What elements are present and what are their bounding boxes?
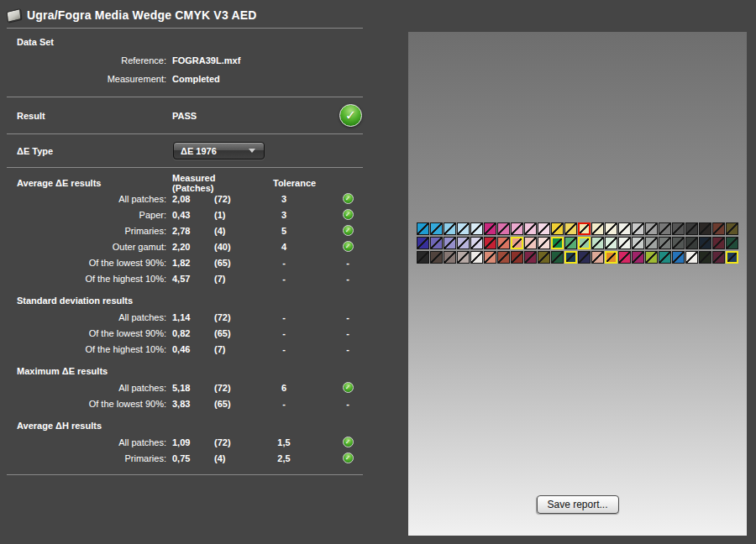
color-patch[interactable] xyxy=(511,237,523,249)
separator xyxy=(7,167,363,168)
color-patch[interactable] xyxy=(591,222,604,235)
color-patch[interactable] xyxy=(551,251,564,264)
color-patch[interactable] xyxy=(685,237,698,249)
measurement-value: Completed xyxy=(166,74,388,84)
color-patch[interactable] xyxy=(645,222,658,235)
color-patch[interactable] xyxy=(497,222,510,235)
reference-label: Reference: xyxy=(0,55,166,65)
color-patch[interactable] xyxy=(632,222,644,235)
color-patch[interactable] xyxy=(726,237,738,249)
color-patch[interactable] xyxy=(511,222,523,235)
color-patch[interactable] xyxy=(685,251,698,264)
color-patch[interactable] xyxy=(645,237,658,249)
color-patch[interactable] xyxy=(726,222,738,235)
color-patch[interactable] xyxy=(497,251,510,264)
color-patch[interactable] xyxy=(470,222,483,235)
patch-count: (1) xyxy=(208,210,257,220)
color-patch[interactable] xyxy=(685,222,698,235)
color-patch[interactable] xyxy=(484,222,496,235)
reference-row: Reference: FOGRA39L.mxf xyxy=(0,55,388,65)
color-patch[interactable] xyxy=(564,251,577,264)
measured-value: 5,18 xyxy=(166,383,208,393)
color-patch[interactable] xyxy=(659,237,671,249)
status-cell: ✓ xyxy=(311,437,361,447)
color-patch[interactable] xyxy=(430,251,443,264)
color-patch[interactable] xyxy=(659,222,671,235)
color-patch[interactable] xyxy=(470,237,483,249)
color-patch[interactable] xyxy=(524,251,537,264)
color-patch[interactable] xyxy=(618,251,631,264)
color-patch[interactable] xyxy=(699,222,711,235)
wedge-row xyxy=(417,222,738,235)
color-patch[interactable] xyxy=(444,222,456,235)
color-patch[interactable] xyxy=(430,237,443,249)
pass-check-icon: ✓ xyxy=(343,241,354,252)
color-patch[interactable] xyxy=(484,251,496,264)
color-patch[interactable] xyxy=(578,237,591,249)
color-patch[interactable] xyxy=(591,251,604,264)
save-report-button[interactable]: Save report... xyxy=(536,495,618,514)
section-heading: Average ΔE results xyxy=(17,178,101,188)
color-patch[interactable] xyxy=(457,251,470,264)
color-patch[interactable] xyxy=(578,222,591,235)
color-patch[interactable] xyxy=(524,237,537,249)
color-patch[interactable] xyxy=(484,237,496,249)
color-patch[interactable] xyxy=(632,251,644,264)
tolerance-value: 3 xyxy=(257,194,311,204)
color-patch[interactable] xyxy=(712,251,725,264)
row-label: Of the highest 10%: xyxy=(0,344,166,354)
color-patch[interactable] xyxy=(672,251,685,264)
color-patch[interactable] xyxy=(538,251,550,264)
color-patch[interactable] xyxy=(605,251,617,264)
color-patch[interactable] xyxy=(564,237,577,249)
color-patch[interactable] xyxy=(524,222,537,235)
color-patch[interactable] xyxy=(444,251,456,264)
tolerance-value: 4 xyxy=(257,242,311,252)
color-patch[interactable] xyxy=(605,237,617,249)
measured-value: 0,43 xyxy=(166,210,208,220)
result-row: Primaries:2,78(4)5✓ xyxy=(0,222,388,238)
media-wedge-icon xyxy=(7,8,22,22)
color-patch[interactable] xyxy=(538,222,550,235)
color-patch[interactable] xyxy=(699,251,711,264)
color-patch[interactable] xyxy=(457,222,470,235)
color-patch[interactable] xyxy=(538,237,550,249)
status-cell: ✓ xyxy=(311,193,361,204)
color-patch[interactable] xyxy=(430,222,443,235)
color-patch[interactable] xyxy=(564,222,577,235)
reference-value: FOGRA39L.mxf xyxy=(166,55,388,65)
color-patch[interactable] xyxy=(712,222,725,235)
color-patch[interactable] xyxy=(726,251,738,264)
color-patch[interactable] xyxy=(591,237,604,249)
result-value: PASS xyxy=(166,111,334,121)
de-type-dropdown[interactable]: ΔE 1976 xyxy=(173,142,265,160)
de-type-label: ΔE Type xyxy=(17,146,53,156)
color-patch[interactable] xyxy=(511,251,523,264)
color-patch[interactable] xyxy=(712,237,725,249)
color-patch[interactable] xyxy=(444,237,456,249)
color-patch[interactable] xyxy=(618,237,631,249)
color-patch[interactable] xyxy=(457,237,470,249)
pass-check-icon: ✓ xyxy=(343,382,354,393)
measured-value: 1,82 xyxy=(166,258,208,268)
status-cell: - xyxy=(311,312,361,322)
color-patch[interactable] xyxy=(497,237,510,249)
color-patch[interactable] xyxy=(417,251,429,264)
color-patch[interactable] xyxy=(699,237,711,249)
color-patch[interactable] xyxy=(470,251,483,264)
color-patch[interactable] xyxy=(417,222,429,235)
color-patch[interactable] xyxy=(632,237,644,249)
color-patch[interactable] xyxy=(645,251,658,264)
color-patch[interactable] xyxy=(618,222,631,235)
measurement-row: Measurement: Completed xyxy=(0,74,388,84)
color-patch[interactable] xyxy=(551,237,564,249)
color-patch[interactable] xyxy=(605,222,617,235)
section-heading: Standard deviation results xyxy=(17,296,133,306)
color-patch[interactable] xyxy=(417,237,429,249)
color-patch[interactable] xyxy=(672,237,685,249)
color-patch[interactable] xyxy=(659,251,671,264)
chevron-down-icon xyxy=(249,149,255,153)
color-patch[interactable] xyxy=(672,222,685,235)
color-patch[interactable] xyxy=(551,222,564,235)
color-patch[interactable] xyxy=(578,251,591,264)
